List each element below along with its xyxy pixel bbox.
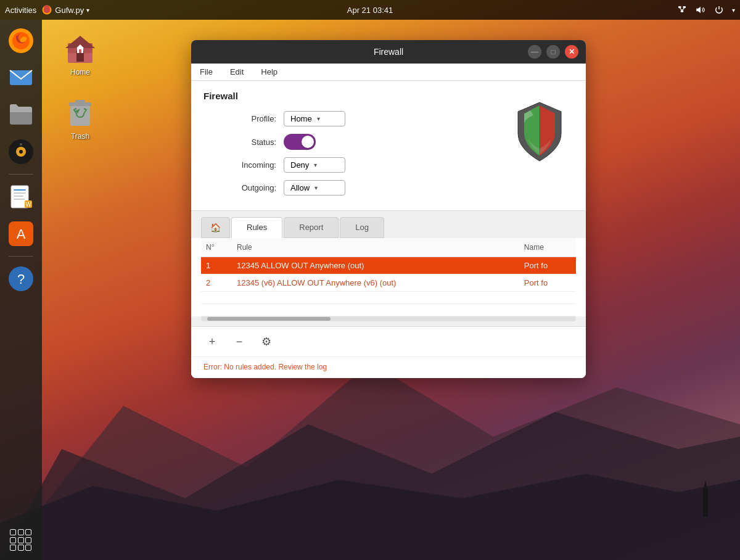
settings-button[interactable]: ⚙ [258, 333, 275, 350]
dock-files-icon [7, 101, 35, 128]
incoming-label: Incoming: [204, 160, 284, 170]
window-title: Firewall [374, 47, 403, 57]
col-rule: Rule [232, 238, 519, 257]
svg-point-20 [20, 143, 22, 146]
volume-icon[interactable] [695, 4, 706, 15]
row1-rule: 12345 ALLOW OUT Anywhere (out) [232, 257, 519, 274]
svg-rect-37 [79, 49, 81, 53]
outgoing-dropdown[interactable]: Allow ▾ [284, 180, 345, 196]
dock-email-icon [7, 64, 35, 91]
trash-icon-label: Trash [71, 132, 89, 141]
tab-log[interactable]: Log [340, 217, 384, 238]
dock-item-writer[interactable]: W [5, 181, 37, 213]
titlebar: Firewall — □ ✕ [191, 40, 586, 64]
dock-item-help[interactable]: ? [5, 263, 37, 295]
apps-grid-button[interactable] [7, 527, 35, 554]
menu-file[interactable]: File [196, 66, 216, 78]
app-indicator[interactable]: Gufw.py ▾ [41, 4, 89, 15]
incoming-value: Deny [290, 160, 309, 170]
app-menu-arrow[interactable]: ▾ [86, 7, 89, 14]
rules-table: N° Rule Name 1 12345 ALLOW OUT Anywhere … [201, 238, 576, 316]
dock: W A ? [0, 20, 42, 560]
svg-rect-6 [678, 6, 681, 8]
topbar-menu-arrow[interactable]: ▾ [732, 7, 735, 14]
svg-rect-23 [14, 192, 26, 194]
svg-point-19 [19, 150, 23, 154]
add-rule-button[interactable]: + [204, 333, 221, 350]
outgoing-value: Allow [290, 183, 310, 192]
menu-edit[interactable]: Edit [226, 66, 247, 78]
topbar-left: Activities Gufw.py ▾ [5, 4, 89, 15]
outgoing-label: Outgoing: [204, 183, 284, 192]
svg-text:A: A [17, 226, 26, 242]
dock-help-icon: ? [7, 265, 35, 292]
svg-rect-40 [75, 100, 85, 104]
table-wrapper: N° Rule Name 1 12345 ALLOW OUT Anywhere … [201, 238, 576, 316]
activities-button[interactable]: Activities [5, 6, 36, 15]
desktop-icon-home[interactable]: Home [56, 31, 105, 76]
table-section: N° Rule Name 1 12345 ALLOW OUT Anywhere … [191, 238, 586, 316]
tabs-section: 🏠 Rules Report Log [191, 210, 586, 238]
svg-rect-24 [14, 196, 23, 197]
status-toggle[interactable] [284, 134, 316, 150]
status-label: Status: [204, 138, 284, 147]
firewall-window: Firewall — □ ✕ File Edit Help Firewall P… [191, 40, 586, 378]
row1-num: 1 [201, 257, 232, 274]
tab-rules[interactable]: Rules [231, 217, 282, 238]
trash-icon [63, 95, 97, 130]
network-icon[interactable] [676, 4, 688, 15]
menubar: File Edit Help [191, 64, 586, 81]
close-button[interactable]: ✕ [565, 45, 578, 59]
row2-rule: 12345 (v6) ALLOW OUT Anywhere (v6) (out) [232, 274, 519, 292]
svg-rect-25 [14, 199, 25, 200]
titlebar-controls: — □ ✕ [528, 45, 578, 59]
svg-line-9 [680, 8, 682, 10]
statusbar: Error: No rules added. Review the log [191, 356, 586, 378]
profile-arrow: ▾ [317, 115, 320, 122]
incoming-dropdown[interactable]: Deny ▾ [284, 157, 345, 173]
profile-dropdown[interactable]: Home ▾ [284, 111, 345, 126]
shield-icon [512, 99, 567, 164]
dock-item-files[interactable] [5, 99, 37, 131]
table-row-empty2 [201, 304, 576, 316]
tab-home[interactable]: 🏠 [201, 217, 230, 238]
tabs: 🏠 Rules Report Log [201, 217, 576, 238]
row2-num: 2 [201, 274, 232, 292]
home-icon-label: Home [70, 68, 90, 76]
dock-item-firefox[interactable] [5, 25, 37, 57]
power-icon[interactable] [713, 4, 725, 15]
profile-label: Profile: [204, 114, 284, 123]
dock-writer-icon: W [7, 183, 35, 210]
dock-music-icon [7, 138, 35, 165]
topbar-right: ▾ [676, 4, 735, 15]
maximize-button[interactable]: □ [546, 45, 560, 59]
home-folder-icon [63, 31, 97, 65]
svg-line-10 [682, 8, 684, 10]
profile-value: Home [290, 114, 312, 123]
dock-item-appstore[interactable]: A [5, 218, 37, 250]
svg-rect-7 [683, 6, 686, 8]
col-name: Name [519, 238, 576, 257]
rules-toolbar: + − ⚙ [191, 326, 586, 356]
outgoing-row: Allow ▾ [284, 180, 574, 196]
firefox-icon [41, 4, 52, 15]
svg-rect-3 [703, 492, 708, 517]
table-row-empty1 [201, 292, 576, 304]
desktop-icon-trash[interactable]: Trash [56, 95, 105, 141]
tab-report[interactable]: Report [284, 217, 339, 238]
row2-name: Port fo [519, 274, 576, 292]
remove-rule-button[interactable]: − [231, 333, 248, 350]
minimize-button[interactable]: — [528, 45, 541, 59]
menu-help[interactable]: Help [257, 66, 281, 78]
dock-separator-1 [9, 174, 33, 175]
toggle-knob [302, 136, 314, 148]
horizontal-scrollbar[interactable] [201, 316, 576, 321]
table-row[interactable]: 2 12345 (v6) ALLOW OUT Anywhere (v6) (ou… [201, 274, 576, 292]
topbar: Activities Gufw.py ▾ Apr 21 03:41 [0, 0, 740, 20]
app-name: Gufw.py [55, 6, 84, 15]
table-row[interactable]: 1 12345 ALLOW OUT Anywhere (out) Port fo [201, 257, 576, 274]
svg-rect-8 [681, 10, 684, 12]
dock-item-email[interactable] [5, 62, 37, 94]
svg-marker-11 [696, 7, 701, 14]
dock-item-music[interactable] [5, 136, 37, 168]
